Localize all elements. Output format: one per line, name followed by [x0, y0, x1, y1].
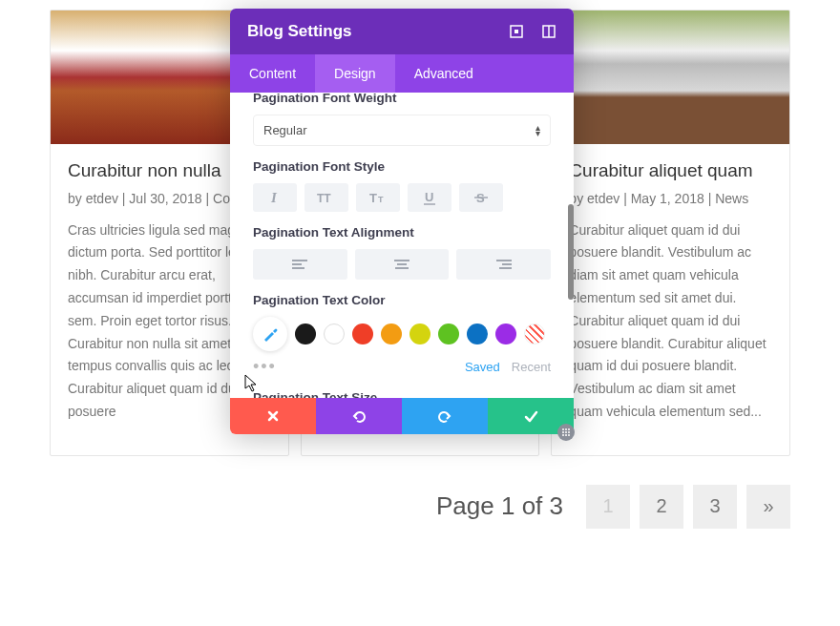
category-link[interactable]: News — [715, 191, 748, 206]
card-date: May 1, 2018 — [631, 191, 704, 206]
swatch-white[interactable] — [324, 323, 345, 344]
undo-button[interactable] — [316, 398, 402, 434]
author-link[interactable]: etdev — [587, 191, 620, 206]
snap-icon[interactable] — [509, 24, 524, 39]
scrollbar-thumb[interactable] — [568, 204, 574, 300]
modal-footer — [230, 398, 574, 434]
align-center-button[interactable] — [355, 249, 450, 280]
swatch-orange[interactable] — [381, 323, 402, 344]
svg-rect-1 — [514, 30, 518, 33]
page-1-button[interactable]: 1 — [586, 485, 630, 529]
tab-content[interactable]: Content — [230, 54, 315, 93]
svg-text:TT: TT — [317, 192, 331, 205]
author-link[interactable]: etdev — [86, 191, 118, 206]
tab-design[interactable]: Design — [315, 54, 395, 93]
color-picker-button[interactable] — [253, 317, 287, 351]
svg-point-23 — [562, 428, 564, 430]
page-indicator: Page 1 of 3 — [436, 491, 563, 521]
label-font-style: Pagination Font Style — [253, 159, 551, 174]
modal-tabs: Content Design Advanced — [230, 54, 574, 93]
cancel-button[interactable] — [230, 398, 316, 434]
card-title[interactable]: Curabitur aliquet quam — [569, 159, 772, 183]
swatch-green[interactable] — [438, 323, 459, 344]
swatch-purple[interactable] — [495, 323, 516, 344]
svg-point-25 — [568, 428, 570, 430]
swatch-blue[interactable] — [467, 323, 488, 344]
svg-point-29 — [562, 434, 564, 436]
svg-text:U: U — [425, 190, 433, 204]
pagination: Page 1 of 3 1 2 3 » — [0, 456, 840, 529]
modal-title: Blog Settings — [247, 22, 352, 41]
italic-button[interactable]: I — [253, 183, 297, 212]
svg-text:I: I — [270, 190, 278, 205]
select-caret-icon: ▴▾ — [536, 125, 540, 136]
more-colors-icon[interactable]: ••• — [253, 357, 277, 377]
uppercase-button[interactable]: TT — [304, 183, 348, 212]
svg-point-27 — [565, 431, 567, 433]
recent-palette-tab[interactable]: Recent — [512, 360, 551, 374]
svg-point-30 — [565, 434, 567, 436]
svg-text:T: T — [378, 195, 384, 204]
tab-advanced[interactable]: Advanced — [395, 54, 493, 93]
module-settings-handle[interactable] — [557, 424, 575, 441]
swatch-black[interactable] — [295, 323, 316, 344]
redo-button[interactable] — [402, 398, 488, 434]
swatch-transparent[interactable] — [524, 323, 545, 344]
label-alignment: Pagination Text Alignment — [253, 225, 551, 240]
card-meta: by etdev | May 1, 2018 | News — [569, 191, 772, 206]
modal-header[interactable]: Blog Settings — [230, 9, 574, 54]
card-image — [552, 10, 789, 144]
font-weight-value: Regular — [263, 123, 307, 137]
swatch-red[interactable] — [352, 323, 373, 344]
svg-point-31 — [568, 434, 570, 436]
blog-card[interactable]: Curabitur aliquet quam by etdev | May 1,… — [551, 10, 790, 456]
font-weight-select[interactable]: Regular ▴▾ — [253, 115, 551, 146]
page-2-button[interactable]: 2 — [640, 485, 683, 529]
label-color: Pagination Text Color — [253, 293, 551, 307]
underline-button[interactable]: U — [408, 183, 452, 212]
svg-point-28 — [568, 431, 570, 433]
settings-modal: Blog Settings Content Design Advanced Pa… — [230, 9, 574, 434]
page-3-button[interactable]: 3 — [693, 485, 737, 529]
svg-point-26 — [562, 431, 564, 433]
expand-icon[interactable] — [541, 24, 556, 39]
align-left-button[interactable] — [253, 249, 347, 280]
svg-text:T: T — [369, 191, 377, 205]
align-right-button[interactable] — [456, 249, 551, 280]
label-text-size: Pagination Text Size — [253, 390, 551, 398]
modal-body: Pagination Font Weight Regular ▴▾ Pagina… — [230, 93, 574, 398]
card-date: Jul 30, 2018 — [129, 191, 201, 206]
page-next-button[interactable]: » — [746, 485, 790, 529]
saved-palette-tab[interactable]: Saved — [465, 360, 500, 374]
smallcaps-button[interactable]: TT — [356, 183, 400, 212]
svg-point-24 — [565, 428, 567, 430]
card-excerpt: Curabitur aliquet quam id dui posuere bl… — [569, 219, 772, 424]
strikethrough-button[interactable]: S — [459, 183, 503, 212]
swatch-yellow[interactable] — [410, 323, 430, 344]
label-font-weight: Pagination Font Weight — [253, 93, 551, 105]
